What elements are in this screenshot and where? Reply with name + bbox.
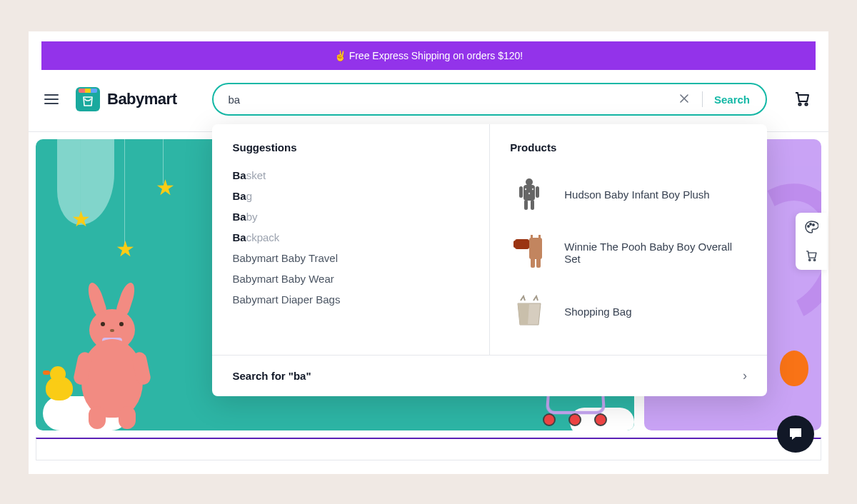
- announcement-text: ✌️ Free Express Shipping on orders $120!: [334, 50, 523, 61]
- string-decoration: [80, 139, 81, 216]
- svg-rect-4: [524, 200, 528, 210]
- svg-rect-3: [536, 186, 539, 198]
- svg-point-7: [532, 188, 533, 190]
- svg-rect-12: [529, 238, 542, 259]
- suggestion-item[interactable]: Babymart Diaper Bags: [232, 289, 469, 310]
- header: Babymart Search Suggestions Basket Bag: [29, 70, 828, 132]
- svg-rect-13: [531, 235, 533, 241]
- search-for-link[interactable]: Search for "ba" ›: [212, 355, 767, 396]
- search-input[interactable]: [228, 94, 674, 106]
- chat-icon[interactable]: [777, 415, 814, 453]
- clear-icon[interactable]: [675, 89, 693, 110]
- product-thumb: [510, 292, 548, 331]
- announcement-bar: ✌️ Free Express Shipping on orders $120!: [41, 41, 816, 70]
- star-icon: ★: [116, 236, 135, 261]
- suggestion-item[interactable]: Basket: [232, 165, 469, 186]
- svg-point-22: [809, 259, 811, 261]
- balloon-decoration: [780, 351, 808, 386]
- svg-rect-5: [531, 200, 534, 210]
- svg-rect-15: [531, 258, 535, 268]
- menu-icon[interactable]: [41, 91, 61, 107]
- svg-point-23: [813, 259, 815, 261]
- suggestions-heading: Suggestions: [232, 141, 469, 153]
- svg-point-0: [526, 178, 533, 186]
- svg-point-18: [805, 103, 807, 105]
- logo[interactable]: Babymart: [76, 87, 176, 111]
- svg-point-17: [798, 103, 801, 105]
- svg-rect-14: [538, 235, 541, 241]
- product-item[interactable]: Shopping Bag: [510, 282, 747, 341]
- products-column: Products Hudson Baby Infant Boy Plush: [489, 124, 767, 355]
- star-icon: ★: [156, 175, 175, 200]
- suggestion-item[interactable]: Backpack: [232, 227, 469, 248]
- palette-icon[interactable]: [796, 213, 827, 241]
- product-name: Winnie The Pooh Baby Boy Overall Set: [564, 241, 747, 265]
- chevron-right-icon: ›: [743, 368, 747, 383]
- product-item[interactable]: Hudson Baby Infant Boy Plush: [510, 165, 747, 223]
- product-item[interactable]: Winnie The Pooh Baby Boy Overall Set: [510, 223, 747, 282]
- search-container: Search Suggestions Basket Bag Baby Backp…: [212, 83, 767, 116]
- star-icon: ★: [71, 206, 91, 231]
- search-button[interactable]: Search: [711, 88, 761, 111]
- svg-rect-16: [536, 258, 541, 268]
- suggestion-item[interactable]: Babymart Baby Wear: [232, 268, 469, 289]
- right-rail: [796, 213, 827, 270]
- bunny-decoration: [81, 339, 143, 418]
- products-heading: Products: [510, 141, 747, 153]
- logo-icon: [76, 87, 100, 111]
- product-name: Hudson Baby Infant Boy Plush: [564, 188, 709, 201]
- product-thumb: [510, 233, 548, 272]
- content-strip: [36, 438, 821, 460]
- suggestion-item[interactable]: Bag: [232, 186, 469, 206]
- search-bar: Search: [212, 83, 767, 116]
- cart-rail-icon[interactable]: [796, 241, 827, 270]
- svg-point-21: [813, 224, 814, 226]
- svg-point-6: [525, 188, 526, 190]
- svg-point-20: [810, 223, 811, 225]
- cart-icon[interactable]: [788, 85, 816, 114]
- svg-rect-10: [513, 241, 518, 248]
- suggestion-item[interactable]: Baby: [232, 206, 469, 227]
- product-name: Shopping Bag: [564, 306, 631, 318]
- duck-decoration: [46, 376, 73, 400]
- logo-text: Babymart: [107, 90, 176, 109]
- search-dropdown: Suggestions Basket Bag Baby Backpack Bab…: [212, 124, 767, 396]
- suggestion-item[interactable]: Babymart Baby Travel: [232, 248, 469, 268]
- svg-point-19: [808, 226, 809, 227]
- svg-rect-2: [519, 186, 523, 198]
- app-frame: ✌️ Free Express Shipping on orders $120!…: [29, 31, 828, 474]
- product-thumb: [510, 175, 548, 213]
- search-for-text: Search for "ba": [232, 370, 311, 382]
- svg-point-8: [528, 193, 530, 194]
- suggestions-column: Suggestions Basket Bag Baby Backpack Bab…: [212, 124, 489, 355]
- divider: [702, 91, 703, 107]
- string-decoration: [124, 139, 125, 245]
